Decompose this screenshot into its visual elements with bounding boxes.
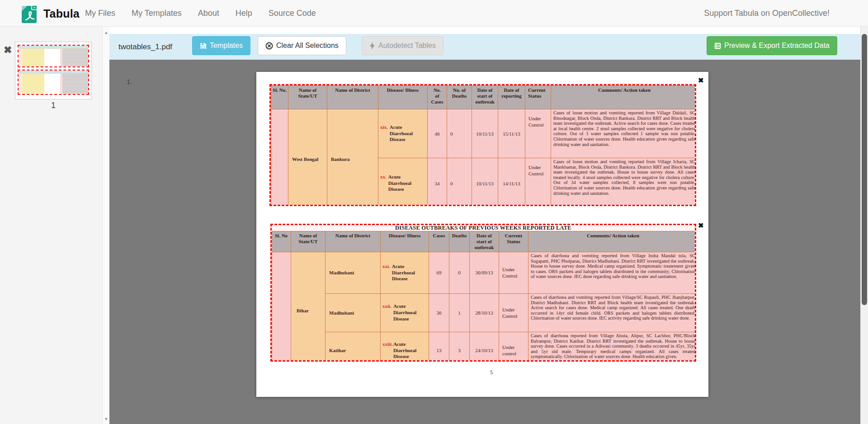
t2-slno-cell <box>272 252 291 362</box>
t1-h-status: Current Status <box>525 86 551 109</box>
support-link[interactable]: Support Tabula on OpenCollective! <box>704 0 830 27</box>
t2-h-deaths: Deaths <box>449 231 470 252</box>
roman-numeral: xxiii. <box>382 341 393 347</box>
t2-r2-district-cell: Madhubani <box>326 293 381 332</box>
main-scrollbar-thumb[interactable] <box>862 34 867 305</box>
navbar: Tabula My Files My Templates About Help … <box>0 0 868 27</box>
table-selection-2[interactable]: DISEASE OUTBREAKS OF PREVIOUS WEEKS REPO… <box>270 224 696 362</box>
lightning-bolt-icon <box>369 42 375 50</box>
table2-row-2: Madhubani xxii.Acute Diarrhoeal Disease … <box>272 293 697 332</box>
selection-1-close-icon[interactable]: ✖ <box>698 77 704 84</box>
brand[interactable]: Tabula <box>20 3 80 24</box>
t2-h-state: Name of State/UT <box>291 231 326 252</box>
nav-item-my-files[interactable]: My Files <box>85 9 115 18</box>
t2-r3-comments-cell: Cases of diarrhoea reported from Village… <box>528 332 697 362</box>
t2-r2-comments-cell: Cases of diarrhoea and vomiting reported… <box>528 293 697 332</box>
t1-h-reporting: Date of reporting <box>498 86 525 109</box>
t1-r2-cases-cell: 34 <box>428 158 447 207</box>
toolbar: twotables_1.pdf Templates Clear All Sele… <box>109 34 868 60</box>
page-index-label: 1. <box>127 78 132 85</box>
t1-r2-reporting-cell: 14/11/13 <box>498 158 525 207</box>
t2-r1-cases-cell: 69 <box>429 252 449 293</box>
nav-item-about[interactable]: About <box>198 9 219 18</box>
disease-name: Acute Diarrhoeal Disease <box>388 174 418 193</box>
roman-numeral: xix. <box>380 124 388 130</box>
nav-item-my-templates[interactable]: My Templates <box>132 9 182 18</box>
roman-numeral: xxii. <box>382 303 392 309</box>
pdf-table-1: Sl. No. Name of State/UT Name of Distric… <box>271 85 696 206</box>
t2-h-status: Current Status <box>499 231 528 252</box>
t2-h-cases: Cases <box>429 231 449 252</box>
t1-district-cell: Bankura <box>327 109 378 207</box>
t1-h-cases: No. of Cases <box>428 86 447 109</box>
t2-state-cell: Bihar <box>291 252 326 362</box>
scroll-down-icon[interactable]: ▼ <box>103 417 110 421</box>
thumbnail-table-header <box>19 71 88 74</box>
t2-h-slno: Sl. No <box>272 231 291 252</box>
t1-h-state: Name of State/UT <box>288 86 327 109</box>
brand-name: Tabula <box>43 7 80 20</box>
templates-button-label: Templates <box>210 42 243 50</box>
pdf-page[interactable]: Sl. No. Name of State/UT Name of Distric… <box>256 72 708 397</box>
disease-name: Acute Diarrhoeal Disease <box>393 341 423 360</box>
t1-h-deaths: No. of Deaths <box>447 86 472 109</box>
templates-save-icon <box>200 42 207 49</box>
t1-slno-cell <box>271 109 288 207</box>
t1-h-start: Date of start of outbreak <box>472 86 498 109</box>
disease-name: Acute Diarrhoeal Disease <box>393 303 423 322</box>
t1-h-district: Name of District <box>327 86 378 109</box>
table2-header-row: Sl. No Name of State/UT Name of District… <box>272 231 697 252</box>
clear-all-selections-button[interactable]: Clear All Selections <box>258 36 346 55</box>
t2-r3-status-cell: Under control <box>499 332 528 362</box>
t2-r2-deaths-cell: 1 <box>449 293 470 332</box>
templates-button[interactable]: Templates <box>192 36 250 55</box>
nav-item-help[interactable]: Help <box>236 9 252 18</box>
thumbnail-page-number: 1 <box>15 101 92 110</box>
t2-h-disease: Disease/ Illness <box>381 231 429 252</box>
scroll-up-icon[interactable]: ▲ <box>103 30 110 35</box>
t2-r3-deaths-cell: 3 <box>449 332 470 362</box>
clear-button-label: Clear All Selections <box>276 42 339 50</box>
pdf-page-number: 5 <box>473 369 509 376</box>
table2-title: DISEASE OUTBREAKS OF PREVIOUS WEEKS REPO… <box>272 225 695 231</box>
t1-r1-deaths-cell: 0 <box>447 109 472 158</box>
document-filename: twotables_1.pdf <box>118 34 172 60</box>
pdf-table-2: Sl. No Name of State/UT Name of District… <box>272 231 696 362</box>
t1-r2-start-cell: 10/11/13 <box>472 158 498 207</box>
autodetect-button-label: Autodetect Tables <box>378 42 436 50</box>
page-thumbnail[interactable] <box>15 42 92 99</box>
t2-r3-district-cell: Katihar <box>326 332 381 362</box>
roman-numeral: xxi. <box>382 264 390 269</box>
table-selection-1[interactable]: Sl. No. Name of State/UT Name of Distric… <box>269 84 696 206</box>
table2-row-3: Katihar xxiii.Acute Diarrhoeal Disease 1… <box>272 332 697 362</box>
t2-r3-disease-cell: xxiii.Acute Diarrhoeal Disease <box>381 332 429 362</box>
main-scrollbar[interactable] <box>860 27 868 424</box>
t2-r3-start-cell: 24/10/13 <box>470 332 499 362</box>
t1-r2-deaths-cell: 0 <box>447 158 472 207</box>
preview-export-button[interactable]: Preview & Export Extracted Data <box>707 36 837 55</box>
autodetect-tables-button[interactable]: Autodetect Tables <box>362 36 443 55</box>
t2-h-comments: Comments/ Action taken <box>528 231 697 252</box>
remove-page-button[interactable]: ✖ <box>4 45 12 55</box>
t2-h-start: Date of start of outbreak <box>470 231 499 252</box>
t2-r1-start-cell: 30/09/13 <box>470 252 499 293</box>
nav-item-source-code[interactable]: Source Code <box>269 9 316 18</box>
t1-r2-status-cell: Under Control <box>525 158 551 207</box>
t2-h-district: Name of District <box>326 231 381 252</box>
t1-h-comments: Comments/ Action taken <box>551 86 697 109</box>
document-area: 1. Sl. No. Name of State/UT Name of Dist… <box>109 60 868 424</box>
circle-x-icon <box>265 42 273 50</box>
table2-row-1: Bihar Madhubani xxi.Acute Diarrhoeal Dis… <box>272 252 697 293</box>
t2-r2-cases-cell: 30 <box>429 293 449 332</box>
t2-r2-status-cell: Under Control <box>499 293 528 332</box>
thumbnail-selection-1 <box>18 45 89 67</box>
t1-h-slno: Sl. No. <box>271 86 288 109</box>
selection-2-close-icon[interactable]: ✖ <box>698 222 704 229</box>
t1-r1-status-cell: Under Control <box>525 109 551 158</box>
t1-r1-disease-cell: xix.Acute Diarrhoeal Disease <box>378 109 428 158</box>
nav-links: My Files My Templates About Help Source … <box>85 0 316 27</box>
sidebar-scrollbar[interactable]: ▲ ▼ <box>102 27 109 424</box>
tabula-pdf-lock-logo-icon <box>20 3 39 24</box>
t2-r1-status-cell: Under Control <box>499 252 528 293</box>
thumbnail-table-body <box>19 74 88 94</box>
